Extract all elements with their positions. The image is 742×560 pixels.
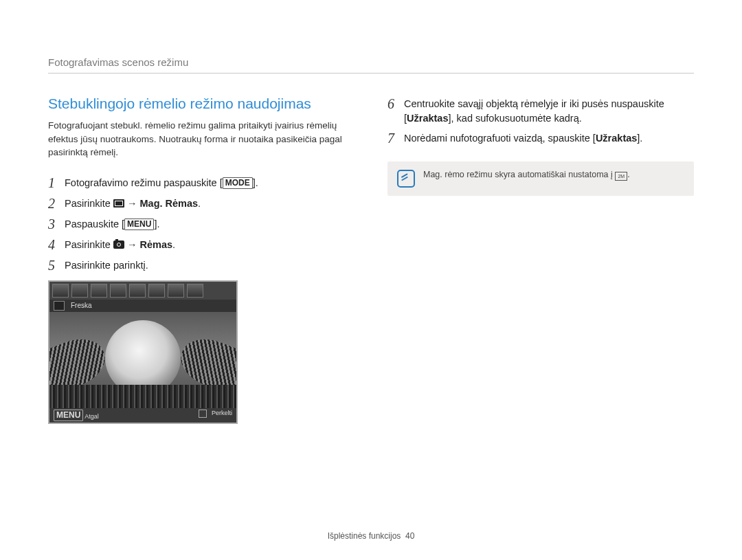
preview-thumb xyxy=(187,284,203,298)
preview-thumb xyxy=(168,284,184,298)
preview-footer-left: Atgal xyxy=(85,413,99,420)
step-text: Pasirinkite parinktį. xyxy=(65,257,148,273)
preview-thumb xyxy=(91,284,107,298)
step-number: 6 xyxy=(387,96,404,112)
note-text: Mag. rėmo režimu skyra automatiškai nust… xyxy=(423,170,615,179)
step-3: 3 Paspauskite [MENU]. xyxy=(48,216,355,232)
steps-list-left: 1 Fotografavimo režimu paspauskite [MODE… xyxy=(48,175,355,273)
step-number: 7 xyxy=(387,130,404,146)
camera-icon xyxy=(113,240,124,249)
preview-thumb xyxy=(52,284,69,298)
page-header: Fotografavimas scenos režimu xyxy=(48,56,694,74)
shutter-label: Užraktas xyxy=(407,113,448,124)
step-text: Pasirinkite xyxy=(65,239,113,250)
preview-thumb xyxy=(129,284,146,298)
section-title: Stebuklingojo rėmelio režimo naudojimas xyxy=(48,96,355,112)
step-6: 6 Centruokite savąjį objektą rėmelyje ir… xyxy=(387,96,694,126)
footer-section: Išplėstinės funkcijos xyxy=(328,531,401,541)
steps-list-right: 6 Centruokite savąjį objektą rėmelyje ir… xyxy=(387,96,694,146)
preview-menu-btn: MENU xyxy=(54,410,83,421)
shutter-label: Užraktas xyxy=(596,133,637,144)
step-bold: Mag. Rėmas xyxy=(139,198,198,209)
preview-thumb xyxy=(148,284,165,298)
preview-footer: MENU Atgal Perkelti xyxy=(49,408,236,423)
preview-thumb-row xyxy=(49,282,236,300)
right-column: 6 Centruokite savąjį objektą rėmelyje ir… xyxy=(387,96,694,424)
footer-page: 40 xyxy=(405,531,414,541)
frame-icon xyxy=(54,301,65,311)
step-text: Fotografavimo režimu paspauskite xyxy=(65,177,220,188)
preview-thumb xyxy=(71,284,88,298)
step-number: 5 xyxy=(48,257,65,273)
step-5: 5 Pasirinkite parinktį. xyxy=(48,257,355,273)
scn-icon xyxy=(113,199,124,208)
step-7: 7 Norėdami nufotografuoti vaizdą, spausk… xyxy=(387,130,694,146)
preview-footer-right: Perkelti xyxy=(212,410,232,416)
intro-text: Fotografuojant stebukl. rėmelio režimu g… xyxy=(48,119,355,159)
preview-label: Freska xyxy=(71,302,92,309)
note-icon xyxy=(397,170,415,188)
step-number: 2 xyxy=(48,195,65,212)
step-text: Pasirinkite xyxy=(65,198,113,209)
preview-canvas xyxy=(49,312,236,408)
menu-button-label: MENU xyxy=(124,219,154,230)
step-4: 4 Pasirinkite → Rėmas. xyxy=(48,236,355,253)
step-text: Norėdami nufotografuoti vaizdą, spauskit… xyxy=(404,133,596,144)
preview-label-row: Freska xyxy=(49,300,236,312)
step-number: 3 xyxy=(48,216,65,232)
step-number: 1 xyxy=(48,175,65,191)
mode-button-label: MODE xyxy=(223,177,253,189)
move-icon xyxy=(199,410,207,418)
step-2: 2 Pasirinkite → Mag. Rėmas. xyxy=(48,195,355,212)
step-number: 4 xyxy=(48,236,65,253)
step-1: 1 Fotografavimo režimu paspauskite [MODE… xyxy=(48,175,355,191)
grass-graphic xyxy=(49,385,236,408)
page-footer: Išplėstinės funkcijos 40 xyxy=(0,531,742,541)
step-text: Paspauskite xyxy=(65,219,122,229)
left-column: Stebuklingojo rėmelio režimo naudojimas … xyxy=(48,96,355,424)
note-box: Mag. rėmo režimu skyra automatiškai nust… xyxy=(387,161,694,196)
resolution-icon: 2M xyxy=(615,172,627,181)
preview-thumb xyxy=(110,284,126,298)
preview-screenshot: Freska MENU Atgal xyxy=(48,280,238,424)
step-bold: Rėmas xyxy=(139,239,172,250)
